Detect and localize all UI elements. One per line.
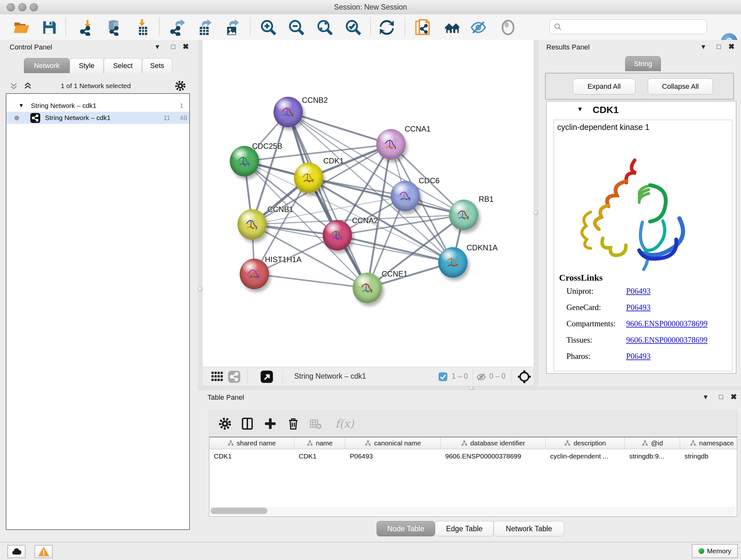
import-network-from-file-icon[interactable] (78, 19, 95, 36)
zoom-out-icon[interactable] (288, 19, 305, 36)
splitter-grip[interactable] (469, 386, 474, 390)
table-cell[interactable]: cyclin-dependent ... (546, 452, 625, 460)
collapse-all-icon[interactable] (9, 81, 18, 91)
table-cell[interactable]: CDK1 (209, 452, 294, 460)
crosslink-link[interactable]: 9606.ENSP00000378699 (626, 319, 708, 328)
tab-network-table[interactable]: Network Table (494, 521, 564, 537)
splitter-grip[interactable] (534, 210, 538, 215)
node-label-ccne1: CCNE1 (382, 269, 408, 278)
crosslink-link[interactable]: P06493 (626, 352, 650, 361)
caret-down-icon[interactable]: ▼ (577, 106, 583, 113)
panel-close-icon[interactable]: ✖ (183, 42, 189, 51)
scrollbar-thumb[interactable] (211, 508, 267, 514)
refresh-view-icon[interactable] (378, 19, 395, 36)
warning-icon[interactable] (35, 545, 53, 558)
panel-menu-icon[interactable]: ▾ (701, 42, 705, 51)
network-collection-row[interactable]: ▼ String Network – cdk1 1 (6, 100, 189, 112)
network-node-ccna2[interactable] (323, 220, 352, 251)
string-home-icon[interactable] (444, 19, 461, 36)
show-columns-icon[interactable] (239, 415, 256, 432)
fit-selected-crosshair-icon[interactable] (517, 369, 532, 384)
zoom-in-icon[interactable] (260, 19, 277, 36)
panel-float-icon[interactable]: □ (717, 42, 721, 51)
tab-edge-table[interactable]: Edge Table (435, 521, 494, 537)
panel-menu-icon[interactable]: ▾ (155, 42, 159, 51)
right-splitter[interactable] (534, 40, 539, 390)
export-table-icon[interactable] (196, 19, 213, 36)
splitter-grip[interactable] (198, 287, 203, 292)
delete-column-trash-icon[interactable] (285, 415, 302, 432)
column-header-shared-name[interactable]: shared name (209, 437, 294, 449)
node-count: 11 (163, 114, 171, 122)
tab-style[interactable]: Style (70, 58, 104, 73)
network-node-ccne1[interactable] (353, 273, 382, 303)
column-header--id[interactable]: @id (625, 437, 680, 449)
network-node-rb1[interactable] (449, 199, 478, 230)
export-network-icon[interactable] (170, 19, 187, 36)
network-canvas[interactable]: CCNB2CCNA1CDC25BCDK1CDC6RB1CCNB1CCNA2CDK… (203, 40, 534, 367)
tab-node-table[interactable]: Node Table (377, 521, 435, 537)
network-row[interactable]: String Network – cdk1 11 48 (6, 112, 189, 124)
expand-all-button[interactable]: Expand All (573, 78, 635, 95)
save-session-icon[interactable] (41, 19, 58, 36)
network-node-cdkn1a[interactable] (438, 247, 468, 278)
search-input[interactable] (562, 23, 706, 31)
panel-close-icon[interactable]: ✖ (728, 42, 735, 51)
gene-section-header[interactable]: ▼ CDK1 (547, 101, 736, 119)
tab-string[interactable]: String (625, 56, 661, 71)
zoom-fit-content-icon[interactable] (316, 19, 333, 36)
column-header-description[interactable]: description (546, 437, 625, 449)
network-node-ccnb2[interactable] (273, 97, 303, 127)
panel-menu-icon[interactable]: ▾ (704, 392, 708, 401)
panel-float-icon[interactable]: □ (171, 42, 175, 51)
birds-eye-view-icon[interactable] (211, 371, 223, 383)
table-cell[interactable]: stringdb:9... (625, 452, 680, 460)
network-node-ccna1[interactable] (376, 129, 406, 160)
show-graphics-details-icon[interactable] (499, 19, 517, 36)
network-node-cdk1[interactable] (294, 163, 323, 193)
zoom-selected-icon[interactable] (345, 19, 362, 36)
gear-icon[interactable] (175, 80, 186, 91)
export-image-icon[interactable] (223, 19, 241, 36)
crosslink-link[interactable]: P06493 (626, 303, 650, 312)
caret-down-icon[interactable]: ▼ (18, 103, 24, 109)
create-column-icon[interactable] (262, 415, 279, 432)
left-splitter[interactable] (198, 40, 203, 390)
open-in-window-icon[interactable] (260, 370, 273, 383)
column-header-canonical-name[interactable]: canonical name (345, 437, 441, 449)
cloud-icon[interactable] (7, 545, 25, 558)
collapse-all-button[interactable]: Collapse All (648, 78, 713, 95)
structure-thumbnail-icon (280, 105, 296, 121)
panel-close-icon[interactable]: ✖ (731, 392, 737, 401)
selected-checkbox-icon[interactable] (438, 372, 448, 381)
node-table[interactable]: shared namenamecanonical namedatabase id… (209, 437, 737, 516)
tab-sets[interactable]: Sets (142, 58, 172, 73)
table-settings-gear-icon[interactable] (216, 415, 233, 432)
table-cell[interactable]: stringdb (680, 452, 737, 460)
crosslink-link[interactable]: P06493 (626, 287, 650, 296)
column-header-namespace[interactable]: namespace (680, 437, 737, 449)
column-header-name[interactable]: name (294, 437, 345, 449)
table-row[interactable]: CDK1CDK1P064939606.ENSP00000378699cyclin… (209, 449, 737, 463)
table-cell[interactable]: CDK1 (294, 452, 345, 460)
open-file-icon[interactable] (13, 19, 30, 36)
share-document-icon[interactable] (414, 19, 431, 36)
network-badge-icon[interactable] (228, 371, 240, 383)
bottom-splitter[interactable] (203, 386, 741, 390)
crosslink-link[interactable]: 9606.ENSP00000378699 (626, 335, 708, 345)
control-panel-tabs: NetworkStyleSelectSets (24, 58, 172, 73)
hide-graphics-details-icon[interactable] (470, 19, 487, 36)
import-network-from-database-icon[interactable] (105, 19, 122, 36)
tab-network[interactable]: Network (24, 58, 70, 73)
network-node-ccnb1[interactable] (238, 209, 267, 240)
import-table-from-file-icon[interactable] (134, 19, 151, 36)
expand-all-icon[interactable] (23, 81, 32, 91)
table-cell[interactable]: P06493 (345, 452, 441, 460)
column-header-database-identifier[interactable]: database identifier (441, 437, 546, 449)
table-horizontal-scrollbar[interactable] (210, 507, 736, 515)
panel-float-icon[interactable]: □ (719, 392, 723, 401)
memory-button[interactable]: Memory (692, 544, 738, 558)
network-node-cdc6[interactable] (391, 181, 420, 211)
tab-select[interactable]: Select (104, 58, 142, 73)
table-cell[interactable]: 9606.ENSP00000378699 (441, 452, 546, 460)
